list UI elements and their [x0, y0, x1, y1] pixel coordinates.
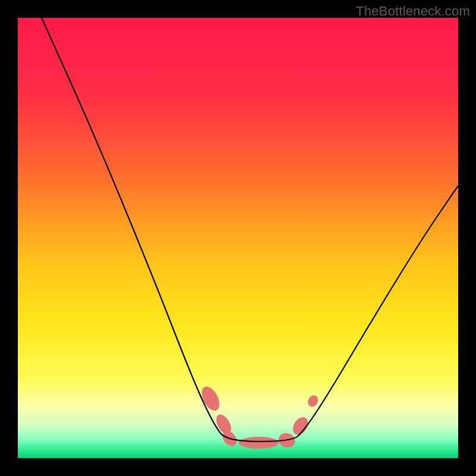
plot-area [18, 18, 458, 458]
bottleneck-curve-chart [18, 18, 458, 458]
data-marker-3 [239, 437, 279, 449]
gradient-background [18, 18, 458, 458]
watermark-text: TheBottleneck.com [356, 4, 470, 19]
chart-frame: TheBottleneck.com [0, 0, 476, 476]
